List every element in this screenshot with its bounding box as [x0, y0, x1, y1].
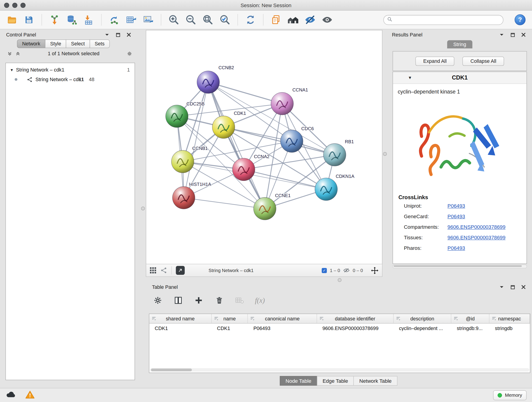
network-node-cdk1[interactable]: CDK1: [212, 111, 246, 138]
table-cell[interactable]: 9606.ENSP00000378699: [317, 325, 394, 331]
show-details-button[interactable]: [320, 12, 334, 27]
save-session-button[interactable]: [22, 12, 36, 27]
table-cell[interactable]: cyclin–dependent ...: [394, 325, 451, 331]
panel-menu-icon[interactable]: [499, 32, 505, 38]
import-table-from-file-button[interactable]: [82, 12, 96, 27]
zoom-window-button[interactable]: [20, 3, 25, 8]
zoom-fit-button[interactable]: [201, 12, 215, 27]
table-settings-gear-icon[interactable]: [152, 295, 163, 306]
duplicate-document-button[interactable]: [269, 12, 283, 27]
panel-menu-icon[interactable]: [104, 32, 110, 38]
column-header-database-identifier[interactable]: database identifier: [317, 314, 394, 323]
scrollbar-thumb[interactable]: [151, 369, 192, 371]
column-header-canonical-name[interactable]: canonical name: [248, 314, 317, 323]
network-collection-row[interactable]: ▼ String Network – cdk1 1: [6, 65, 134, 75]
column-header--id[interactable]: @id: [451, 314, 489, 323]
tab-sets[interactable]: Sets: [89, 40, 110, 48]
export-image-button[interactable]: [141, 12, 155, 27]
close-panel-icon[interactable]: [521, 32, 526, 38]
open-session-button[interactable]: [5, 12, 19, 27]
crosslink-genecard-[interactable]: P06493: [447, 213, 465, 219]
tab-string[interactable]: String: [447, 40, 472, 49]
close-panel-icon[interactable]: [126, 32, 132, 38]
network-node-ccna1[interactable]: CCNA1: [271, 87, 308, 115]
table-cell[interactable]: P06493: [248, 325, 317, 331]
panel-menu-icon[interactable]: [499, 284, 505, 290]
column-header-shared-name[interactable]: shared name: [149, 314, 212, 323]
right-splitter-handle[interactable]: [383, 152, 387, 156]
network-node-rb1[interactable]: RB1: [323, 139, 354, 166]
crosslink-pharos-[interactable]: P06493: [447, 245, 465, 251]
add-column-icon[interactable]: [194, 295, 204, 306]
float-panel-icon[interactable]: [510, 284, 515, 290]
network-row-selected[interactable]: String Network – cdk1 11 48: [6, 75, 134, 84]
float-panel-icon[interactable]: [115, 32, 121, 38]
expand-all-icon[interactable]: [15, 51, 20, 56]
network-canvas[interactable]: CCNB2CCNA1CDC25BCDK1CDC6RB1CCNB1CCNA2CDK…: [146, 30, 382, 264]
cloud-icon[interactable]: [6, 390, 17, 400]
tree-expand-icon[interactable]: ▼: [10, 68, 16, 72]
hide-details-button[interactable]: [303, 12, 317, 27]
scrollbar-thumb[interactable]: [394, 265, 522, 267]
table-row[interactable]: CDK1CDK1P064939606.ENSP00000378699cyclin…: [149, 324, 530, 333]
select-columns-icon[interactable]: [173, 295, 184, 306]
network-share-icon[interactable]: [161, 267, 167, 274]
birds-eye-view-icon[interactable]: [150, 267, 157, 274]
selected-indicator-checkbox[interactable]: ✓: [322, 268, 327, 273]
import-network-from-database-button[interactable]: [64, 12, 79, 27]
network-node-cdkn1a[interactable]: CDKN1A: [315, 174, 355, 200]
column-header-description[interactable]: description: [394, 314, 451, 323]
pan-crosshair-icon[interactable]: [371, 266, 379, 274]
network-node-cdc25b[interactable]: CDC25B: [166, 101, 205, 128]
table-horizontal-scrollbar[interactable]: [150, 368, 530, 372]
gear-icon[interactable]: [127, 51, 132, 56]
close-window-button[interactable]: [4, 3, 9, 8]
left-splitter-handle[interactable]: [141, 206, 145, 210]
new-table-button[interactable]: [124, 12, 138, 27]
memory-button[interactable]: Memory: [493, 390, 526, 400]
minimize-window-button[interactable]: [12, 3, 17, 8]
tab-network-table[interactable]: Network Table: [354, 376, 398, 386]
network-view[interactable]: CCNB2CCNA1CDC25BCDK1CDC6RB1CCNB1CCNA2CDK…: [146, 30, 382, 277]
help-button[interactable]: ?: [513, 12, 527, 27]
import-network-from-file-button[interactable]: [47, 12, 62, 27]
table-cell[interactable]: CDK1: [211, 325, 248, 331]
collapse-entry-icon[interactable]: ▼: [408, 75, 412, 80]
search-input[interactable]: [395, 17, 500, 23]
home-panels-button[interactable]: [286, 12, 300, 27]
crosslink-compartments-[interactable]: 9606.ENSP00000378699: [447, 224, 505, 230]
tab-select[interactable]: Select: [66, 40, 90, 48]
network-node-ccnb1[interactable]: CCNB1: [171, 146, 208, 173]
network-node-ccnb2[interactable]: CCNB2: [197, 65, 234, 94]
table-cell[interactable]: stringdb:9...: [451, 325, 489, 331]
tab-node-table[interactable]: Node Table: [280, 376, 317, 386]
column-header-name[interactable]: name: [211, 314, 248, 323]
close-panel-icon[interactable]: [521, 284, 526, 290]
delete-column-icon[interactable]: [214, 295, 224, 306]
zoom-in-button[interactable]: [167, 12, 181, 27]
column-header-namespac[interactable]: namespac: [489, 314, 530, 323]
float-panel-icon[interactable]: [510, 32, 515, 38]
control-panel: Control Panel NetworkStyleSelectSets 1 o…: [3, 30, 136, 387]
table-cell[interactable]: stringdb: [489, 325, 530, 331]
open-in-browser-button[interactable]: [176, 266, 185, 275]
results-horizontal-scrollbar[interactable]: [393, 264, 527, 268]
tab-style[interactable]: Style: [45, 40, 66, 48]
apply-layout-button[interactable]: [243, 12, 258, 27]
tab-network[interactable]: Network: [17, 40, 45, 48]
collapse-all-button[interactable]: Collapse All: [462, 56, 504, 65]
tab-edge-table[interactable]: Edge Table: [317, 376, 354, 386]
crosslink-tissues-[interactable]: 9606.ENSP00000378699: [447, 235, 505, 240]
collapse-all-icon[interactable]: [7, 51, 12, 56]
table-cell[interactable]: CDK1: [149, 325, 212, 331]
crosslink-label: GeneCard:: [404, 213, 447, 219]
network-node-hist1h1a[interactable]: HIST1H1A: [172, 182, 211, 209]
zoom-out-button[interactable]: [184, 12, 198, 27]
new-network-button[interactable]: [107, 12, 121, 27]
crosslink-uniprot-[interactable]: P06493: [447, 203, 465, 209]
expand-all-button[interactable]: Expand All: [415, 56, 454, 65]
warning-icon[interactable]: [25, 390, 35, 400]
bottom-splitter-handle[interactable]: [338, 278, 341, 282]
table-panel: Table Panel f(x): [146, 282, 531, 387]
zoom-selected-button[interactable]: [218, 12, 232, 27]
